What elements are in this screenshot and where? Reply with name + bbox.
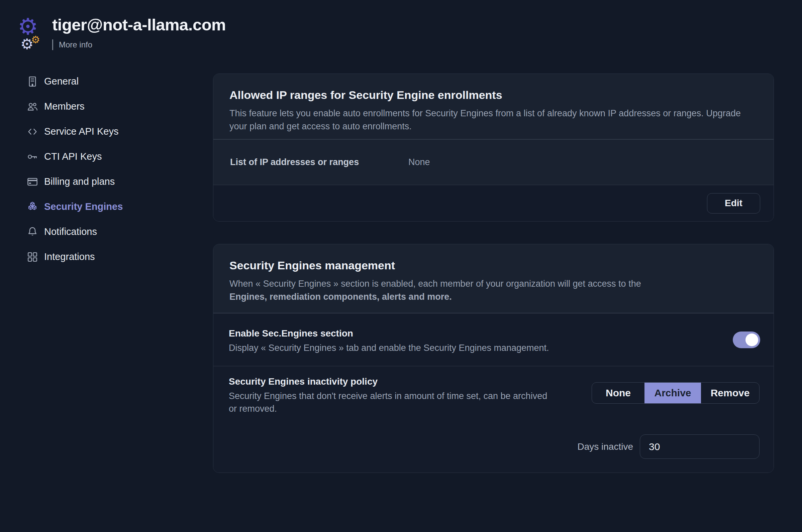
gears-logo-icon: ⚙ ⚙ ⚙ [18, 17, 42, 53]
sidebar-item-integrations[interactable]: Integrations [26, 244, 187, 269]
gear-medium-icon: ⚙ [20, 37, 33, 52]
sidebar-item-label: Notifications [44, 226, 97, 237]
days-inactive-label: Days inactive [577, 441, 633, 452]
sidebar-item-label: Integrations [44, 251, 95, 262]
members-icon [26, 100, 39, 113]
days-inactive-row: Days inactive [577, 434, 760, 459]
edit-button[interactable]: Edit [707, 193, 760, 213]
card-description: This feature lets you enable auto enroll… [230, 107, 746, 133]
card-footer: Edit [213, 185, 773, 221]
enable-engines-row: Enable Sec.Engines section Display « Sec… [213, 314, 773, 366]
building-icon [26, 75, 39, 88]
ip-ranges-row: List of IP addresses or ranges None [213, 140, 773, 185]
toggle-knob [746, 334, 758, 346]
card-header: Security Engines management When « Secur… [213, 244, 773, 313]
grid-icon [26, 251, 39, 263]
days-inactive-input[interactable] [640, 434, 760, 459]
inactivity-policy-section: Security Engines inactivity policy Secur… [213, 366, 773, 473]
ip-list-value: None [408, 157, 430, 167]
account-settings-page: ⚙ ⚙ ⚙ tiger@not-a-llama.com More info Ge… [0, 0, 802, 532]
key-icon [26, 150, 39, 163]
card-title: Security Engines management [230, 259, 758, 272]
sidebar-item-service-api-keys[interactable]: Service API Keys [26, 119, 187, 144]
allowed-ip-ranges-card: Allowed IP ranges for Security Engine en… [213, 74, 774, 222]
sidebar-item-label: Members [44, 101, 85, 112]
ip-list-label: List of IP addresses or ranges [230, 157, 359, 167]
enable-engines-label: Enable Sec.Engines section [229, 328, 353, 339]
sidebar-item-label: Security Engines [44, 201, 123, 212]
code-icon [26, 125, 39, 138]
card-description: When « Security Engines » section is ena… [230, 277, 746, 303]
description-bold: Engines, remediation components, alerts … [230, 292, 452, 302]
sidebar-item-cti-api-keys[interactable]: CTI API Keys [26, 144, 187, 169]
more-info-divider [52, 39, 53, 50]
more-info-link[interactable]: More info [52, 39, 454, 50]
sidebar-item-general[interactable]: General [26, 69, 187, 94]
description-regular: When « Security Engines » section is ena… [230, 279, 641, 289]
policy-option-archive[interactable]: Archive [644, 383, 701, 403]
inactivity-policy-label: Security Engines inactivity policy [229, 376, 378, 387]
policy-option-none[interactable]: None [592, 383, 644, 403]
card-header: Allowed IP ranges for Security Engine en… [213, 74, 773, 139]
policy-option-remove[interactable]: Remove [701, 383, 759, 403]
sidebar-item-security-engines[interactable]: Security Engines [26, 194, 187, 219]
enable-engines-toggle[interactable] [733, 331, 760, 348]
page-title: tiger@not-a-llama.com [52, 16, 454, 34]
settings-sidebar: General Members Service API Keys [26, 69, 187, 269]
sidebar-item-label: Service API Keys [44, 126, 119, 137]
inactivity-policy-segmented-control: None Archive Remove [591, 382, 760, 404]
inactivity-policy-description: Security Engines that don't receive aler… [229, 390, 551, 415]
card-title: Allowed IP ranges for Security Engine en… [230, 89, 758, 101]
sidebar-item-label: Billing and plans [44, 176, 115, 187]
sidebar-item-label: CTI API Keys [44, 151, 102, 162]
credit-card-icon [26, 175, 39, 188]
sidebar-item-notifications[interactable]: Notifications [26, 219, 187, 244]
sidebar-item-billing[interactable]: Billing and plans [26, 169, 187, 194]
enable-engines-description: Display « Security Engines » tab and ena… [229, 342, 549, 354]
cubes-icon [26, 201, 39, 213]
sidebar-item-members[interactable]: Members [26, 94, 187, 119]
sidebar-item-label: General [44, 76, 78, 87]
security-engines-management-card: Security Engines management When « Secur… [213, 244, 774, 473]
bell-icon [26, 226, 39, 238]
